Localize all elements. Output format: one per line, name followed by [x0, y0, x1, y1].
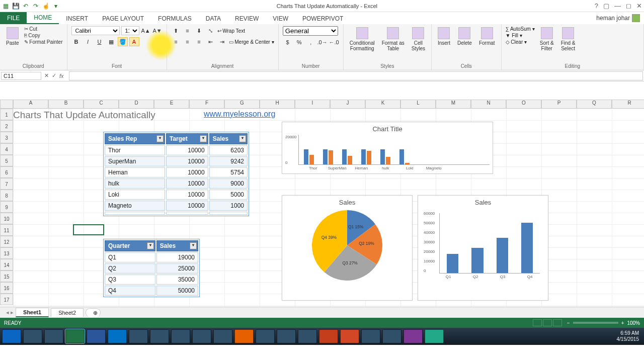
taskbar-word[interactable]	[87, 329, 106, 343]
sheet-tab-1[interactable]: Sheet1	[16, 308, 49, 317]
align-center-icon[interactable]: ≡	[183, 37, 193, 46]
ribbon-opts-icon[interactable]: ▢	[603, 2, 609, 10]
align-right-icon[interactable]: ≡	[194, 37, 204, 46]
italic-button[interactable]: I	[83, 37, 93, 46]
worksheet[interactable]: ABCDEFGHIJKLMNOPQRS 12345678910111213141…	[0, 81, 644, 307]
increase-decimal-icon[interactable]: .0→	[317, 38, 328, 47]
website-link[interactable]: www.myelesson.org	[204, 110, 275, 119]
number-format[interactable]: General	[283, 26, 338, 36]
decrease-decimal-icon[interactable]: ←.0	[329, 38, 339, 47]
merge-button[interactable]: ▭ Merge & Center ▾	[229, 39, 274, 45]
taskbar-libraries[interactable]	[44, 329, 63, 343]
copy-button[interactable]: ⎘ Copy	[24, 33, 63, 38]
format-painter-button[interactable]: ✎ Format Painter	[24, 39, 63, 45]
taskbar-app[interactable]	[150, 329, 169, 343]
percent-icon[interactable]: %	[294, 38, 304, 47]
tab-formulas[interactable]: FORMULAS	[151, 13, 199, 24]
tab-powerpivot[interactable]: POWERPIVOT	[295, 13, 350, 24]
orientation-icon[interactable]: ⤡	[206, 26, 216, 35]
format-as-table-button[interactable]: Format as Table	[380, 26, 407, 62]
system-clock[interactable]: 6:59 AM4/15/2015	[617, 330, 642, 342]
zoom-slider[interactable]: −+ 100%	[567, 320, 640, 326]
name-box[interactable]: C11	[1, 72, 41, 80]
fill-button[interactable]: ▼ Fill ▾	[506, 33, 535, 38]
decrease-indent-icon[interactable]: ⇤	[206, 37, 216, 46]
taskbar-app4[interactable]	[213, 329, 232, 343]
taskbar-camtasia[interactable]	[425, 329, 444, 343]
font-size[interactable]: 11	[121, 26, 139, 35]
account[interactable]: heman johar	[592, 12, 644, 24]
chart-column[interactable]: Sales 0100002000030000400005000060000 Q1…	[418, 195, 548, 301]
tab-view[interactable]: VIEW	[266, 13, 295, 24]
chart-clustered-bar[interactable]: Chart Title 200000 ThorSuperManHemanhulk…	[282, 122, 493, 174]
taskbar-app9[interactable]	[319, 329, 338, 343]
taskbar-firefox[interactable]	[234, 329, 254, 343]
autosum-button[interactable]: ∑ AutoSum ▾	[506, 26, 535, 32]
taskbar-excel[interactable]	[65, 329, 85, 343]
taskbar-app3[interactable]	[192, 329, 211, 343]
insert-cells-button[interactable]: Insert	[436, 26, 452, 62]
more-icon[interactable]: ▾	[52, 3, 59, 10]
fill-color-button[interactable]: 🪣	[118, 37, 128, 46]
taskbar-app13[interactable]	[404, 329, 423, 343]
sort-filter-button[interactable]: Sort & Filter	[538, 26, 556, 62]
help-icon[interactable]: ?	[595, 2, 598, 10]
enter-icon[interactable]: ✓	[52, 72, 56, 79]
chart-pie[interactable]: Sales Q1 15%Q2 19%Q3 27%Q4 39%	[282, 195, 413, 301]
wrap-text-button[interactable]: ↩ Wrap Text	[217, 28, 245, 34]
fx-icon[interactable]: fx	[59, 73, 64, 79]
cell-styles-button[interactable]: Cell Styles	[410, 26, 427, 62]
save-icon[interactable]: 💾	[12, 3, 19, 10]
column-headers[interactable]: ABCDEFGHIJKLMNOPQRS	[0, 100, 644, 109]
taskbar-app12[interactable]	[382, 329, 401, 343]
increase-indent-icon[interactable]: ⇥	[217, 37, 227, 46]
touch-icon[interactable]: ☝	[42, 3, 49, 10]
taskbar-app11[interactable]	[361, 329, 380, 343]
taskbar-app6[interactable]	[256, 329, 275, 343]
bold-button[interactable]: B	[71, 37, 82, 46]
comma-icon[interactable]: ,	[306, 38, 316, 47]
find-select-button[interactable]: Find & Select	[559, 26, 578, 62]
view-buttons[interactable]	[533, 319, 562, 326]
start-button[interactable]	[2, 329, 21, 343]
format-cells-button[interactable]: Format	[477, 26, 497, 62]
close-icon[interactable]: ✕	[636, 2, 642, 10]
tab-page-layout[interactable]: PAGE LAYOUT	[95, 13, 151, 24]
row-headers[interactable]: 1234567891011121314151617	[0, 109, 13, 305]
sheet-nav-icon[interactable]: ◂ ▸	[6, 309, 14, 316]
taskbar-app2[interactable]	[171, 329, 190, 343]
new-sheet-button[interactable]: ⊕	[86, 308, 101, 317]
tab-insert[interactable]: INSERT	[59, 13, 95, 24]
underline-button[interactable]: U	[95, 37, 105, 46]
sheet-tab-2[interactable]: Sheet2	[51, 308, 84, 317]
quarter-table[interactable]: Quarter▾Sales▾Q119000Q225000Q335000Q4500…	[103, 239, 200, 297]
redo-icon[interactable]: ↷	[32, 3, 39, 10]
font-name[interactable]: Calibri	[71, 26, 120, 35]
delete-cells-button[interactable]: Delete	[455, 26, 474, 62]
cut-button[interactable]: ✂ Cut	[24, 26, 63, 32]
increase-font-icon[interactable]: A▲	[141, 26, 151, 35]
decrease-font-icon[interactable]: A▼	[152, 26, 163, 35]
file-tab[interactable]: FILE	[0, 12, 27, 24]
sales-rep-table[interactable]: Sales Rep▾Target▾Sales▾Thor100006203Supe…	[103, 132, 249, 216]
align-top-icon[interactable]: ⬆	[171, 26, 181, 35]
cancel-icon[interactable]: ✕	[44, 72, 49, 79]
border-button[interactable]: ▦	[106, 37, 116, 46]
taskbar-app7[interactable]	[277, 329, 296, 343]
taskbar-app8[interactable]	[298, 329, 317, 343]
currency-icon[interactable]: $	[283, 38, 293, 47]
undo-icon[interactable]: ↶	[22, 3, 29, 10]
formula-input[interactable]	[69, 71, 643, 80]
conditional-formatting-button[interactable]: Conditional Formatting	[348, 26, 377, 62]
tab-home[interactable]: HOME	[27, 12, 59, 24]
align-bottom-icon[interactable]: ⬇	[194, 26, 204, 35]
clear-button[interactable]: ◇ Clear ▾	[506, 39, 535, 45]
minimize-icon[interactable]: —	[614, 2, 621, 10]
font-color-button[interactable]: A	[129, 37, 139, 46]
align-left-icon[interactable]: ≡	[171, 37, 181, 46]
taskbar-powerpoint[interactable]	[340, 329, 359, 343]
tab-review[interactable]: REVIEW	[228, 13, 266, 24]
align-middle-icon[interactable]: ≡	[183, 26, 193, 35]
taskbar-outlook[interactable]	[108, 329, 127, 343]
maximize-icon[interactable]: ◻	[626, 2, 631, 10]
